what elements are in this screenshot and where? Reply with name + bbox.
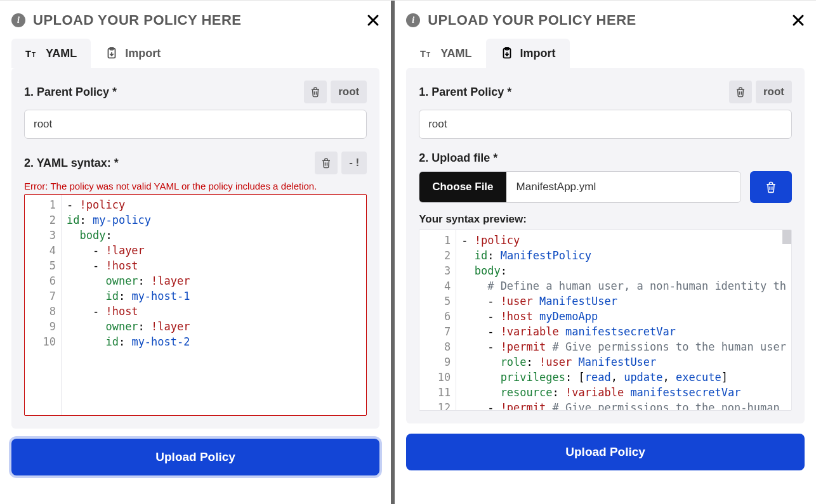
close-button[interactable]	[367, 14, 379, 27]
yaml-syntax-label: 2. YAML syntax: *	[24, 157, 311, 170]
svg-text:T: T	[25, 49, 31, 59]
scrollbar[interactable]	[782, 230, 791, 244]
root-button[interactable]: root	[331, 81, 367, 103]
line-gutter: 123456789101112	[419, 230, 456, 410]
parent-policy-label: 1. Parent Policy *	[419, 86, 725, 99]
choose-file-button[interactable]: Choose File	[419, 172, 506, 202]
trash-icon	[320, 157, 332, 169]
clipboard-icon	[500, 46, 514, 60]
file-name-display: ManifestApp.yml	[506, 172, 740, 202]
panel-yaml: i UPLOAD YOUR POLICY HERE TT YAML Import…	[0, 1, 391, 504]
trash-icon	[765, 181, 777, 193]
parent-policy-label: 1. Parent Policy *	[24, 86, 300, 99]
info-icon[interactable]: i	[406, 13, 420, 27]
svg-text:T: T	[420, 49, 426, 59]
trash-icon	[310, 86, 321, 98]
clear-file-button[interactable]	[750, 171, 792, 203]
preview-label: Your syntax preview:	[419, 213, 792, 226]
clipboard-icon	[105, 46, 119, 60]
clear-parent-button[interactable]	[304, 81, 327, 103]
error-message: Error: The policy was not valid YAML or …	[24, 181, 367, 191]
svg-text:T: T	[426, 51, 431, 58]
upload-policy-button[interactable]: Upload Policy	[406, 434, 805, 470]
line-gutter: 12345678910	[25, 195, 62, 415]
trash-icon	[735, 86, 746, 98]
text-icon: TT	[420, 46, 434, 60]
root-button[interactable]: root	[756, 81, 792, 103]
code-area[interactable]: - !policyid: my-policy body: - !layer - …	[62, 195, 366, 352]
code-area[interactable]: - !policy id: ManifestPolicy body: # Def…	[456, 230, 791, 410]
dialog-title: UPLOAD YOUR POLICY HERE	[33, 12, 359, 29]
tab-import[interactable]: Import	[91, 39, 174, 68]
tab-import[interactable]: Import	[486, 39, 570, 68]
tab-import-label: Import	[125, 47, 161, 60]
yaml-editor[interactable]: 12345678910 - !policyid: my-policy body:…	[24, 194, 367, 416]
parent-policy-input[interactable]	[419, 110, 792, 139]
parent-policy-input[interactable]	[24, 110, 367, 139]
tab-yaml-label: YAML	[46, 47, 77, 60]
upload-policy-button[interactable]: Upload Policy	[11, 439, 379, 475]
clear-parent-button[interactable]	[729, 81, 752, 103]
tab-import-label: Import	[520, 47, 556, 60]
dialog-title: UPLOAD YOUR POLICY HERE	[428, 12, 784, 29]
upload-file-label: 2. Upload file *	[419, 152, 792, 165]
close-button[interactable]	[792, 14, 805, 27]
tab-yaml-label: YAML	[440, 47, 471, 60]
syntax-hint-button[interactable]: - !	[341, 152, 367, 174]
tab-yaml[interactable]: TT YAML	[406, 39, 485, 68]
syntax-preview: 123456789101112 - !policy id: ManifestPo…	[419, 229, 792, 411]
panel-import: i UPLOAD YOUR POLICY HERE TT YAML Import…	[395, 1, 816, 504]
info-icon[interactable]: i	[11, 13, 25, 27]
svg-text:T: T	[32, 51, 36, 58]
clear-yaml-button[interactable]	[315, 152, 338, 174]
tab-yaml[interactable]: TT YAML	[11, 39, 91, 68]
text-icon: TT	[25, 46, 39, 60]
